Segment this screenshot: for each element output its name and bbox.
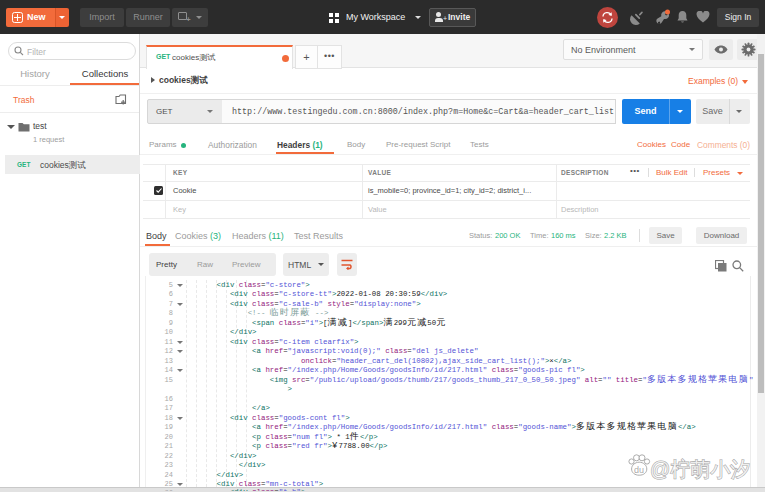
svg-text:du: du — [634, 465, 644, 475]
svg-text:@柠萌小汐: @柠萌小汐 — [650, 458, 750, 480]
